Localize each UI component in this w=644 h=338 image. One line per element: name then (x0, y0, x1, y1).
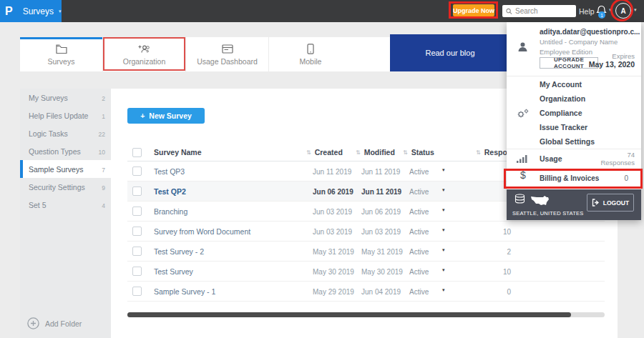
chevron-down-icon[interactable]: ▾ (634, 7, 637, 13)
sidebar-item-label: Set 5 (29, 201, 47, 209)
table-row: Test Survey - 2 May 31 2019 May 31 2019 … (127, 242, 605, 262)
divider (507, 76, 641, 76)
dollar-icon: $ (520, 169, 526, 181)
row-checkbox[interactable] (132, 267, 142, 276)
sort-icon[interactable]: ⇅ (356, 149, 361, 156)
upgrade-now-button[interactable]: Upgrade Now (453, 4, 494, 16)
sidebar-item-label: Security Settings (29, 183, 85, 192)
menu-item-my-account[interactable]: My Account (540, 80, 582, 90)
search-input[interactable] (515, 7, 572, 15)
user-icon (517, 41, 529, 53)
search-box[interactable] (502, 5, 576, 17)
notification-badge: 1 (598, 11, 605, 19)
status-dropdown-caret[interactable]: ▾ (442, 207, 445, 213)
created-date: Jun 03 2019 (313, 208, 352, 216)
row-checkbox[interactable] (132, 227, 142, 236)
sidebar-item-question-types[interactable]: Question Types 10 (20, 142, 111, 160)
sidebar-item-security-settings[interactable]: Security Settings 9 (20, 178, 111, 196)
sidebar-item-help-files-update[interactable]: Help Files Update 1 (20, 106, 111, 124)
survey-name-link[interactable]: Survey from Word Document (154, 227, 250, 236)
row-checkbox[interactable] (132, 187, 142, 196)
column-modified[interactable]: ⇅Modified (356, 148, 395, 156)
new-survey-button[interactable]: + New Survey (127, 108, 205, 124)
sort-icon[interactable]: ⇅ (476, 149, 481, 156)
menu-item-compliance[interactable]: Compliance (540, 109, 582, 119)
dashboard-icon (222, 44, 233, 54)
app-logo-block[interactable]: P Surveys ▾ (0, 0, 62, 22)
status-dropdown-caret[interactable]: ▾ (442, 247, 445, 253)
tab-organization[interactable]: Organization (103, 37, 186, 71)
logout-button[interactable]: LOGOUT (587, 194, 634, 212)
sidebar-item-my-surveys[interactable]: My Surveys 2 (20, 89, 111, 106)
expires-date: May 13, 2020 (589, 60, 635, 69)
tab-usage-dashboard[interactable]: Usage Dashboard (186, 37, 269, 71)
column-status[interactable]: ⇅Status (403, 148, 434, 156)
sort-icon[interactable]: ⇅ (403, 149, 408, 156)
tab-mobile[interactable]: Mobile (269, 37, 352, 71)
row-checkbox[interactable] (132, 166, 142, 176)
plus-icon: + (140, 111, 145, 120)
read-our-blog-button[interactable]: Read our blog (390, 34, 510, 71)
expires-label: Expires (612, 52, 635, 60)
row-checkbox[interactable] (132, 247, 142, 256)
usage-bars-icon (517, 154, 530, 164)
status-dropdown-caret[interactable]: ▾ (442, 227, 445, 233)
logout-icon (592, 199, 600, 207)
chevron-down-icon[interactable]: ▾ (609, 7, 612, 13)
horizontal-scrollbar-thumb[interactable] (127, 312, 571, 317)
sidebar-item-label: Sample Surveys (29, 165, 83, 174)
chevron-down-icon: ▾ (59, 9, 62, 14)
modified-date: Jun 03 2019 (361, 228, 401, 236)
menu-item-issue-tracker[interactable]: Issue Tracker (540, 123, 587, 133)
survey-name-link[interactable]: Test QP2 (154, 187, 186, 196)
menu-item-billing-invoices[interactable]: Billing & Invoices (540, 174, 599, 182)
survey-name-link[interactable]: Branching (154, 207, 187, 216)
survey-name-link[interactable]: Test QP3 (154, 167, 185, 176)
account-footer: SEATTLE, UNITED STATES LOGOUT (507, 189, 641, 220)
avatar[interactable]: A (615, 3, 631, 19)
menu-item-global-settings[interactable]: Global Settings (540, 137, 595, 147)
modified-date: Jun 06 2019 (361, 208, 401, 216)
tab-label: Surveys (48, 57, 75, 66)
status-dropdown-caret[interactable]: ▾ (442, 267, 445, 273)
select-all-checkbox[interactable] (132, 148, 142, 157)
survey-name-link[interactable]: Test Survey (154, 267, 193, 276)
sidebar-item-label: Help Files Update (29, 111, 88, 120)
menu-item-organization[interactable]: Organization (540, 94, 585, 104)
horizontal-scrollbar-track[interactable] (127, 312, 605, 317)
survey-name-link[interactable]: Sample Survey - 1 (154, 287, 215, 296)
modified-date: May 30 2019 (361, 268, 403, 276)
datacenter-location: SEATTLE, UNITED STATES (512, 210, 583, 217)
row-checkbox[interactable] (132, 287, 142, 296)
top-bar: P Surveys ▾ Upgrade Now Help 1 ▾ A ▾ (0, 0, 644, 22)
sidebar-item-logic-tasks[interactable]: Logic Tasks 22 (20, 124, 111, 142)
status-dropdown-caret[interactable]: ▾ (442, 287, 445, 293)
modified-date: Jun 11 2019 (361, 188, 401, 196)
tab-surveys[interactable]: Surveys (20, 37, 103, 71)
app-menu-surveys[interactable]: Surveys (23, 6, 54, 16)
created-date: May 29 2019 (313, 288, 354, 296)
folder-icon (56, 44, 67, 54)
response-count: 10 (471, 268, 511, 276)
status-label: Active (409, 288, 429, 296)
status-dropdown-caret[interactable]: ▾ (442, 167, 445, 173)
sidebar-item-set-5[interactable]: Set 5 4 (20, 196, 111, 214)
add-folder-button[interactable]: Add Folder (27, 317, 82, 329)
sidebar-item-count: 22 (99, 131, 105, 138)
table-row: Test Survey May 30 2019 May 30 2019 Acti… (127, 262, 605, 282)
tab-label: Usage Dashboard (197, 57, 258, 66)
sort-icon[interactable]: ⇅ (306, 149, 311, 156)
settings-gears-icon (516, 108, 530, 119)
survey-name-link[interactable]: Test Survey - 2 (154, 247, 204, 256)
help-link[interactable]: Help (579, 7, 595, 16)
sidebar-item-sample-surveys[interactable]: Sample Surveys 7 (20, 160, 111, 178)
row-checkbox[interactable] (132, 207, 142, 216)
section-tab-bar: Surveys Organization Usage Dashboard Mob… (20, 37, 390, 71)
created-date: Jun 06 2019 (313, 188, 353, 196)
menu-item-usage[interactable]: Usage (540, 154, 562, 163)
folders-sidebar: My Surveys 2 Help Files Update 1 Logic T… (20, 89, 111, 338)
status-dropdown-caret[interactable]: ▾ (442, 187, 445, 193)
sidebar-item-count: 10 (99, 149, 105, 156)
column-created[interactable]: ⇅Created (306, 148, 343, 156)
add-people-icon (138, 44, 151, 54)
